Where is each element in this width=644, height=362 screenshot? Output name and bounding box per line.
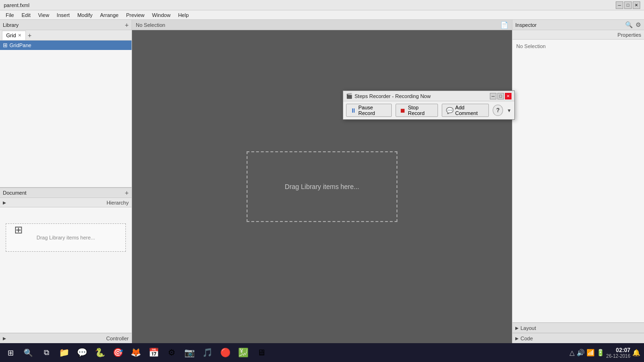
taskbar-clock[interactable]: 02:07 26-12-2016	[606, 347, 630, 359]
title-bar: parent.fxml ─ □ ✕	[0, 0, 644, 10]
maximize-button[interactable]: □	[624, 1, 632, 9]
document-add-icon[interactable]: +	[125, 189, 129, 197]
left-panel: Library + Grid ✕ + ⊞ GridPane	[0, 20, 132, 343]
steps-recorder-body: ⏸ Pause Record ⏹ Stop Record 💬 Add Comme…	[343, 101, 514, 119]
task-view-button[interactable]: ⧉	[38, 344, 55, 361]
pause-icon: ⏸	[350, 107, 356, 114]
taskbar-app-7[interactable]: ⚙	[163, 344, 180, 361]
comment-icon: 💬	[446, 107, 454, 114]
properties-label: Properties	[618, 32, 641, 38]
rec-dropdown-arrow[interactable]: ▼	[507, 108, 512, 113]
document-content: ⊞ Drag Library items here...	[0, 207, 132, 333]
menu-item-modify[interactable]: Modify	[74, 11, 96, 19]
menu-item-preview[interactable]: Preview	[122, 11, 148, 19]
menu-item-help[interactable]: Help	[174, 11, 193, 19]
code-arrow-icon: ▶	[515, 336, 519, 341]
tray-arrow-icon[interactable]: △	[570, 349, 575, 356]
close-button[interactable]: ✕	[633, 1, 640, 9]
menu-item-insert[interactable]: Insert	[53, 11, 74, 19]
grid-tab[interactable]: Grid ✕	[2, 31, 26, 40]
document-label: Document	[3, 190, 26, 196]
stop-record-button[interactable]: ⏹ Stop Record	[396, 104, 438, 117]
grid-pane-item[interactable]: ⊞ GridPane	[0, 41, 132, 50]
inspector-panel: Inspector 🔍 ⚙ Properties No Selection ▶ …	[512, 20, 644, 343]
grid-tab-close-icon[interactable]: ✕	[18, 33, 22, 38]
menu-item-window[interactable]: Window	[149, 11, 174, 19]
steps-recorder-maximize-button[interactable]: □	[497, 93, 504, 99]
main-layout: Library + Grid ✕ + ⊞ GridPane	[0, 20, 644, 343]
document-icon[interactable]: 📄	[500, 21, 508, 29]
menu-bar: FileEditViewInsertModifyArrangePreviewWi…	[0, 10, 644, 20]
taskbar-date-label: 26-12-2016	[606, 354, 630, 359]
taskbar-right: △ 🔊 📶 🔋 02:07 26-12-2016 🔔	[566, 347, 644, 359]
no-selection-label: No Selection	[516, 43, 545, 49]
taskbar-left: ⊞ 🔍 ⧉ 📁 💬 🐍 🎯 🦊 📅 ⚙ 📷 🎵 🔴 💹 🖥	[0, 344, 272, 361]
inspector-label: Inspector	[515, 22, 537, 28]
menu-item-edit[interactable]: Edit	[18, 11, 34, 19]
grid-icon: ⊞	[3, 42, 8, 49]
start-button[interactable]: ⊞	[2, 344, 19, 361]
document-section: Document + ▶ Hierarchy ⊞ Drag Library it…	[0, 188, 132, 343]
steps-recorder-minimize-button[interactable]: ─	[490, 93, 496, 99]
search-button[interactable]: 🔍	[20, 344, 37, 361]
taskbar-app-9[interactable]: 🎵	[199, 344, 216, 361]
add-comment-label: Add Comment	[455, 105, 485, 116]
canvas-topbar-icons: 📄	[500, 21, 508, 29]
taskbar-app-10[interactable]: 🔴	[217, 344, 234, 361]
steps-recorder-title-bar: 🎬 Steps Recorder - Recording Now ─ □ ✕	[343, 91, 514, 101]
inspector-settings-icon[interactable]: ⚙	[636, 21, 641, 28]
minimize-button[interactable]: ─	[616, 1, 623, 9]
taskbar-app-4[interactable]: 🎯	[109, 344, 126, 361]
steps-recorder-close-button[interactable]: ✕	[505, 93, 512, 99]
library-label: Library	[3, 22, 19, 28]
taskbar-app-11[interactable]: 💹	[235, 344, 252, 361]
canvas-drag-zone: Drag Library items here...	[247, 151, 397, 222]
grid-tab-label: Grid	[6, 33, 16, 38]
inspector-header: Inspector 🔍 ⚙	[512, 20, 644, 30]
canvas-selection-label: No Selection	[136, 22, 165, 28]
taskbar: ⊞ 🔍 ⧉ 📁 💬 🐍 🎯 🦊 📅 ⚙ 📷 🎵 🔴 💹 🖥 △ 🔊 📶 🔋 02…	[0, 343, 644, 362]
steps-recorder-title-text: 🎬 Steps Recorder - Recording Now	[346, 93, 430, 99]
add-comment-button[interactable]: 💬 Add Comment	[442, 104, 489, 117]
steps-recorder-win-controls: ─ □ ✕	[490, 93, 512, 99]
library-section: Library + Grid ✕ + ⊞ GridPane	[0, 20, 132, 188]
window-controls: ─ □ ✕	[616, 1, 640, 9]
inspector-bottom: ▶ Layout ▶ Code	[512, 322, 644, 343]
hierarchy-arrow-icon: ▶	[3, 200, 6, 205]
help-button[interactable]: ?	[493, 105, 503, 116]
tray-volume-icon[interactable]: 🔊	[577, 349, 585, 356]
tray-notification-icon[interactable]: 🔔	[632, 349, 640, 356]
menu-item-arrange[interactable]: Arrange	[96, 11, 122, 19]
taskbar-app-whatsapp[interactable]: 💬	[74, 344, 91, 361]
grid-tab-add-icon[interactable]: +	[28, 32, 32, 39]
grid-pane-label: GridPane	[9, 42, 31, 48]
taskbar-app-12[interactable]: 🖥	[253, 344, 270, 361]
taskbar-app-firefox[interactable]: 🦊	[127, 344, 144, 361]
menu-item-view[interactable]: View	[34, 11, 53, 19]
canvas-area: No Selection 📄 Drag Library items here..…	[132, 20, 512, 343]
taskbar-app-6[interactable]: 📅	[145, 344, 162, 361]
window-title: parent.fxml	[4, 2, 29, 8]
inspector-header-icons: 🔍 ⚙	[625, 21, 641, 28]
inspector-search-icon[interactable]: 🔍	[625, 21, 633, 28]
canvas-topbar: No Selection 📄	[132, 20, 512, 30]
taskbar-app-8[interactable]: 📷	[181, 344, 198, 361]
document-drag-target: Drag Library items here...	[6, 223, 126, 252]
tray-network-icon[interactable]: 📶	[586, 349, 594, 356]
controller-footer: ▶ Controller	[0, 333, 132, 343]
layout-label: Layout	[520, 325, 536, 331]
code-footer-item[interactable]: ▶ Code	[512, 333, 644, 343]
controller-arrow-icon: ▶	[3, 336, 6, 341]
taskbar-app-explorer[interactable]: 📁	[56, 344, 73, 361]
document-header: Document +	[0, 188, 132, 198]
taskbar-app-3[interactable]: 🐍	[91, 344, 108, 361]
library-add-icon[interactable]: +	[125, 21, 129, 29]
pause-record-button[interactable]: ⏸ Pause Record	[346, 104, 392, 117]
menu-item-file[interactable]: File	[2, 11, 18, 19]
canvas-drag-text: Drag Library items here...	[285, 183, 359, 190]
tray-battery-icon[interactable]: 🔋	[596, 349, 604, 356]
library-content: ⊞ GridPane	[0, 41, 132, 187]
task-view-icon: ⧉	[44, 348, 49, 357]
grid-tab-bar: Grid ✕ +	[0, 30, 132, 41]
layout-footer-item[interactable]: ▶ Layout	[512, 322, 644, 333]
